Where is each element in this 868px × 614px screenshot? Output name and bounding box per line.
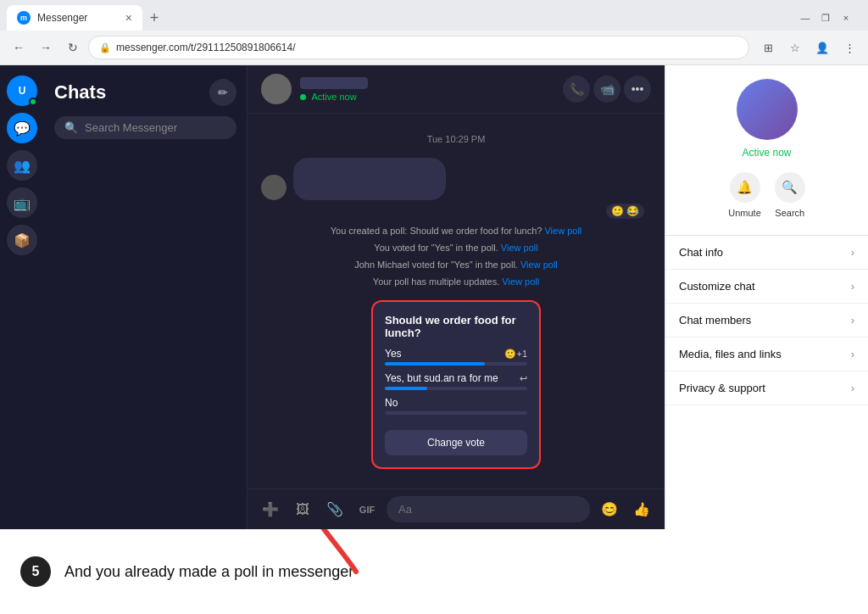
search-icon: 🔍 (64, 121, 78, 134)
search-action-icon: 🔍 (775, 172, 805, 203)
change-vote-btn[interactable]: Change vote (385, 430, 527, 455)
lock-icon: 🔒 (99, 42, 111, 53)
timestamp-label: Tue 10:29 PM (261, 134, 651, 144)
poll-bar-bg-1 (385, 387, 527, 390)
photo-btn[interactable]: 🖼 (290, 497, 315, 522)
back-btn[interactable]: ← (7, 36, 31, 59)
right-panel-status: Active now (742, 147, 791, 159)
unmute-icon: 🔔 (730, 172, 760, 203)
thumbs-up-btn[interactable]: 👍 (629, 497, 654, 522)
nav-messages-btn[interactable]: 💬 (7, 113, 37, 143)
media-files-chevron: › (851, 348, 854, 360)
tab-label: Messenger (37, 12, 87, 24)
annotation-area: 5 And you already made a poll in messeng… (0, 529, 868, 614)
unmute-label: Unmute (728, 208, 761, 218)
poll-option-row-2: No (385, 397, 527, 409)
poll-bar-fill-1 (385, 387, 427, 390)
system-message-0: You created a poll: Should we order food… (261, 226, 651, 236)
media-files-item[interactable]: Media, files and links › (665, 338, 868, 371)
search-input[interactable] (85, 121, 226, 134)
chat-header-actions: 📞 📹 ••• (563, 75, 651, 103)
view-poll-link-3[interactable]: View poll (502, 276, 539, 287)
poll-bar-fill-0 (385, 362, 485, 366)
poll-option-label-1: Yes, but sud.an ra for me (385, 372, 498, 384)
active-tab[interactable]: m Messenger × (7, 5, 142, 31)
red-arrow (271, 529, 407, 580)
menu-btn[interactable]: ⋮ (837, 36, 861, 59)
forward-btn[interactable]: → (34, 36, 58, 59)
search-action[interactable]: 🔍 Search (775, 172, 805, 218)
unmute-action[interactable]: 🔔 Unmute (728, 172, 761, 218)
right-panel-avatar (737, 79, 798, 140)
view-poll-link-1[interactable]: View poll (501, 243, 538, 253)
messages-container: Tue 10:29 PM 🙂 😂 You created a poll: Sho… (248, 114, 665, 488)
system-message-1: You voted for "Yes" in the poll. View po… (261, 243, 651, 253)
bookmark-btn[interactable]: ☆ (783, 36, 807, 59)
new-chat-btn[interactable]: ✏ (209, 79, 236, 106)
browser-chrome: m Messenger × + — ❐ × ← → ↻ 🔒 messenger.… (0, 0, 868, 65)
message-input[interactable] (387, 496, 590, 522)
browser-tabs: m Messenger × + — ❐ × (0, 0, 868, 31)
tab-close-btn[interactable]: × (125, 11, 132, 25)
right-panel: Active now 🔔 Unmute 🔍 Search Chat info ›… (665, 65, 868, 529)
user-avatar[interactable]: U (7, 75, 37, 106)
sender-avatar (261, 175, 287, 200)
chat-info-chevron: › (851, 246, 854, 259)
customize-chat-chevron: › (851, 280, 854, 293)
browser-actions: ⊞ ☆ 👤 ⋮ (756, 36, 861, 59)
address-bar[interactable]: 🔒 messenger.com/t/29111250891806614/ (88, 36, 749, 59)
chat-members-label: Chat members (679, 314, 751, 327)
more-options-btn[interactable]: ••• (624, 75, 651, 103)
chat-info-item[interactable]: Chat info › (665, 236, 868, 270)
video-call-btn[interactable]: 📹 (593, 75, 620, 103)
sidebar: Chats ✏ 🔍 (44, 65, 248, 529)
gif-btn[interactable]: GIF (354, 497, 380, 522)
media-files-label: Media, files and links (679, 348, 782, 360)
minimize-btn[interactable]: — (797, 9, 814, 26)
chat-input-area: ➕ 🖼 📎 GIF 😊 👍 (248, 488, 665, 529)
profile-btn[interactable]: 👤 (810, 36, 834, 59)
reaction-row: 🙂 😂 (261, 204, 644, 219)
customize-chat-item[interactable]: Customize chat › (665, 270, 868, 304)
chat-members-item[interactable]: Chat members › (665, 304, 868, 338)
poll-bar-bg-0 (385, 362, 527, 366)
browser-controls: ← → ↻ 🔒 messenger.com/t/2911125089180661… (0, 31, 868, 64)
poll-votes-0: 🙂+1 (504, 349, 527, 360)
view-poll-link-2[interactable]: View poll (520, 260, 558, 270)
emoji-btn[interactable]: 😊 (597, 497, 622, 522)
close-btn[interactable]: × (837, 9, 854, 26)
app-container: U 💬 👥 📺 📦 Chats ✏ 🔍 Act (0, 65, 868, 529)
chat-area: Active now 📞 📹 ••• Tue 10:29 PM 🙂 😂 (248, 65, 665, 529)
status-dot (300, 94, 306, 100)
poll-option-1: Yes, but sud.an ra for me ↩ (385, 372, 527, 390)
restore-btn[interactable]: ❐ (817, 9, 834, 26)
system-message-2: John Michael voted for "Yes" in the poll… (261, 260, 651, 270)
poll-option-0: Yes 🙂+1 (385, 348, 527, 366)
system-message-3: Your poll has multiple updates. View pol… (261, 276, 651, 287)
privacy-support-item[interactable]: Privacy & support › (665, 371, 868, 405)
poll-votes-1: ↩ (520, 373, 527, 384)
new-tab-btn[interactable]: + (142, 6, 166, 30)
chat-header: Active now 📞 📹 ••• (248, 65, 665, 114)
view-poll-link-0[interactable]: View poll (544, 226, 581, 236)
search-label: Search (775, 208, 804, 218)
nav-archive-btn[interactable]: 📦 (7, 225, 37, 255)
extensions-btn[interactable]: ⊞ (756, 36, 780, 59)
contact-info: Active now (300, 77, 554, 102)
nav-watch-btn[interactable]: 📺 (7, 187, 37, 218)
left-nav: U 💬 👥 📺 📦 (0, 65, 44, 529)
poll-option-row-1: Yes, but sud.an ra for me ↩ (385, 372, 527, 384)
nav-people-btn[interactable]: 👥 (7, 150, 37, 181)
tab-favicon: m (17, 11, 31, 25)
contact-status: Active now (300, 92, 554, 102)
contact-name-placeholder (300, 77, 368, 89)
voice-call-btn[interactable]: 📞 (563, 75, 590, 103)
file-btn[interactable]: 📎 (322, 497, 348, 522)
refresh-btn[interactable]: ↻ (61, 36, 85, 59)
right-panel-actions: 🔔 Unmute 🔍 Search (728, 172, 805, 218)
search-bar[interactable]: 🔍 (54, 116, 236, 139)
privacy-support-chevron: › (851, 382, 854, 394)
poll-question: Should we order food for lunch? (385, 314, 527, 339)
chat-info-label: Chat info (679, 246, 723, 259)
add-attachment-btn[interactable]: ➕ (258, 497, 283, 522)
